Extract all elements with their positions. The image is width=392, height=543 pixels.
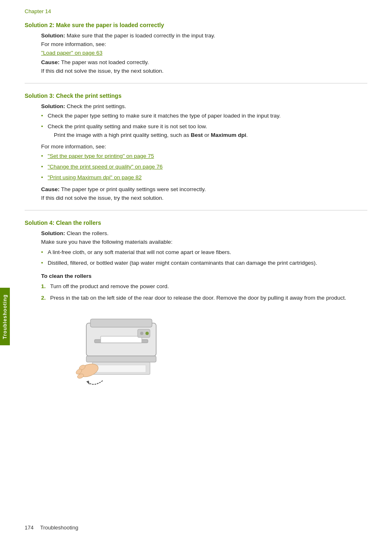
footer: 174 Troubleshooting [25, 525, 78, 531]
solution3-text: Check the print settings. [65, 103, 126, 109]
divider2 [25, 210, 367, 210]
cause3-label: Cause: [41, 186, 60, 192]
bold-best: Best [191, 132, 203, 138]
section4-body: Solution: Clean the rollers. [41, 230, 367, 236]
step4-2: 2. Press in the tab on the left side of … [41, 294, 367, 302]
svg-marker-14 [86, 381, 90, 385]
print-max-dpi-link[interactable]: "Print using Maximum dpi" on page 82 [48, 174, 142, 180]
section4-materials: A lint-free cloth, or any soft material … [41, 248, 367, 268]
section3-cause: Cause: The paper type or print quality s… [41, 186, 367, 192]
svg-rect-1 [90, 319, 152, 327]
sidebar-tab: Troubleshooting [0, 288, 10, 345]
svg-point-5 [140, 332, 143, 335]
bold-max-dpi: Maximum dpi [211, 132, 246, 138]
bullet3-2: Check the print quality setting and make… [41, 122, 367, 139]
section2-link[interactable]: "Load paper" on page 63 [41, 50, 367, 56]
load-paper-link[interactable]: "Load paper" on page 63 [41, 50, 102, 56]
page-wrapper: Chapter 14 Solution 2: Make sure the pap… [0, 0, 392, 418]
section4-solution: Solution: Clean the rollers. [41, 230, 367, 236]
cause2-label: Cause: [41, 59, 60, 65]
footer-page-number: 174 [25, 525, 34, 531]
solution4-label: Solution: [41, 230, 65, 236]
step4-1-text: Turn off the product and remove the powe… [50, 283, 169, 289]
svg-rect-9 [97, 365, 146, 372]
set-paper-type-link[interactable]: "Set the paper type for printing" on pag… [48, 153, 154, 159]
solution4-text: Clean the rollers. [65, 230, 108, 236]
section3-bullets: Check the paper type setting to make sur… [41, 112, 367, 139]
section2-body: Solution: Make sure that the paper is lo… [41, 32, 367, 74]
link3-3[interactable]: "Print using Maximum dpi" on page 82 [41, 173, 367, 182]
section3-solution: Solution: Check the print settings. [41, 103, 367, 109]
step-num-1: 1. [41, 282, 46, 291]
svg-rect-3 [101, 336, 142, 343]
section3-for-more: For more information, see: [41, 143, 367, 150]
step4-2-text: Press in the tab on the left side of the… [50, 295, 346, 301]
materials-intro: Make sure you have the following materia… [41, 239, 367, 245]
section4-steps: 1. Turn off the product and remove the p… [41, 282, 367, 303]
material-1: A lint-free cloth, or any soft material … [41, 248, 367, 256]
section-solution3: Solution 3: Check the print settings Sol… [25, 92, 367, 201]
section-solution2: Solution 2: Make sure the paper is loade… [25, 22, 367, 74]
material-2: Distilled, filtered, or bottled water (t… [41, 259, 367, 267]
footer-section-label: Troubleshooting [40, 525, 78, 531]
section3-title: Solution 3: Check the print settings [25, 92, 367, 99]
section-solution4: Solution 4: Clean the rollers Solution: … [25, 220, 367, 393]
section3-body: Solution: Check the print settings. [41, 103, 367, 109]
section2-if-not-solve: If this did not solve the issue, try the… [41, 68, 367, 74]
section3-cause-block: Cause: The paper type or print quality s… [41, 186, 367, 201]
step4-1: 1. Turn off the product and remove the p… [41, 282, 367, 291]
section2-for-more: For more information, see: [41, 41, 367, 47]
bullet3-1: Check the paper type setting to make sur… [41, 112, 367, 120]
sidebar-tab-label: Troubleshooting [2, 294, 8, 339]
printer-svg [74, 311, 168, 393]
procedure-title: To clean the rollers [41, 273, 367, 279]
solution2-label: Solution: [41, 32, 65, 39]
section3-if-not-solve: If this did not solve the issue, try the… [41, 195, 367, 201]
step-num-2: 2. [41, 294, 46, 302]
printer-illustration [74, 311, 168, 393]
cause3-text: The paper type or print quality settings… [60, 186, 206, 192]
link3-1[interactable]: "Set the paper type for printing" on pag… [41, 152, 367, 160]
section2-cause: Cause: The paper was not loaded correctl… [41, 59, 367, 65]
svg-rect-7 [86, 356, 156, 362]
svg-point-6 [145, 332, 149, 335]
solution2-text: Make sure that the paper is loaded corre… [65, 32, 215, 39]
section2-title: Solution 2: Make sure the paper is loade… [25, 22, 367, 28]
section2-solution: Solution: Make sure that the paper is lo… [41, 32, 367, 39]
section4-title: Solution 4: Clean the rollers [25, 220, 367, 226]
change-print-speed-link[interactable]: "Change the print speed or quality" on p… [48, 164, 163, 170]
cause2-text: The paper was not loaded correctly. [60, 59, 149, 65]
divider1 [25, 83, 367, 83]
chapter-label: Chapter 14 [25, 8, 367, 14]
section3-links: "Set the paper type for printing" on pag… [41, 152, 367, 182]
solution3-label: Solution: [41, 103, 65, 109]
link3-2[interactable]: "Change the print speed or quality" on p… [41, 163, 367, 171]
